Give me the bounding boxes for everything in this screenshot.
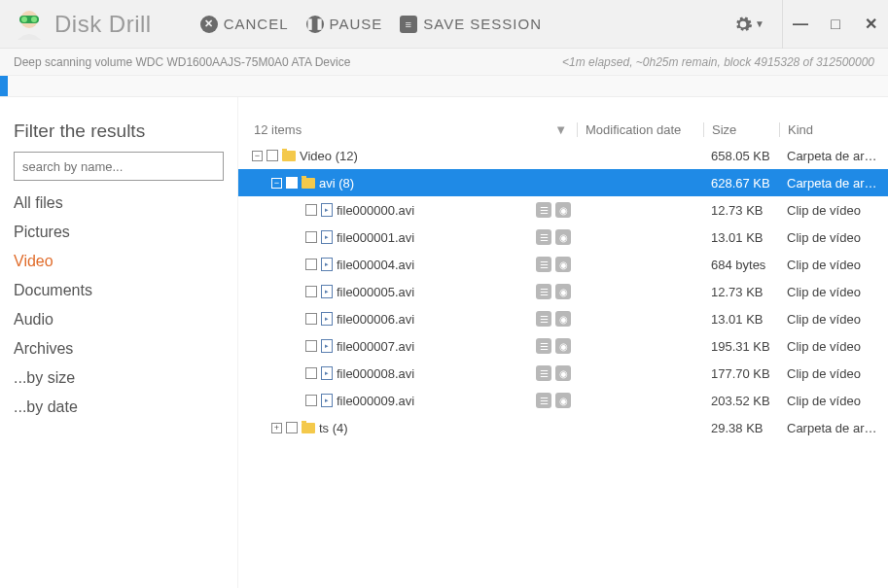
item-count-label: 12 items bbox=[254, 122, 302, 137]
minimize-button[interactable]: — bbox=[783, 0, 818, 49]
recover-icon[interactable]: ◉ bbox=[555, 311, 571, 327]
name-cell: ▸file000007.avi☰◉ bbox=[248, 338, 577, 354]
checkbox[interactable] bbox=[305, 367, 317, 379]
recover-icon[interactable]: ◉ bbox=[555, 393, 571, 408]
filter-item[interactable]: Archives bbox=[14, 340, 224, 358]
collapse-icon[interactable]: − bbox=[252, 151, 263, 161]
name-cell: ▸file000009.avi☰◉ bbox=[248, 393, 577, 408]
filter-item[interactable]: Video bbox=[14, 253, 224, 270]
checkbox[interactable] bbox=[266, 150, 278, 161]
preview-icon[interactable]: ☰ bbox=[536, 393, 551, 408]
checkbox[interactable] bbox=[305, 313, 317, 325]
search-input[interactable] bbox=[14, 152, 224, 181]
preview-icon[interactable]: ☰ bbox=[536, 229, 551, 245]
filter-item[interactable]: Audio bbox=[14, 311, 224, 329]
item-name: ts (4) bbox=[319, 421, 348, 435]
item-name: file000008.avi bbox=[337, 366, 414, 381]
video-file-icon: ▸ bbox=[321, 394, 333, 407]
preview-icon[interactable]: ☰ bbox=[536, 338, 551, 354]
checkbox[interactable] bbox=[286, 422, 298, 433]
checkbox[interactable] bbox=[305, 395, 317, 406]
name-cell: +ts (4) bbox=[248, 421, 577, 435]
size-cell: 13.01 KB bbox=[703, 312, 779, 327]
filter-item[interactable]: ...by date bbox=[14, 398, 224, 416]
filter-item[interactable]: All files bbox=[14, 194, 224, 212]
recover-icon[interactable]: ◉ bbox=[555, 338, 571, 354]
file-row[interactable]: ▸file000008.avi☰◉177.70 KBClip de vídeo bbox=[238, 360, 888, 387]
checkbox[interactable] bbox=[286, 177, 298, 189]
app-logo-wrap: Disk Drill bbox=[0, 7, 161, 42]
preview-icon[interactable]: ☰ bbox=[536, 202, 551, 218]
checkbox[interactable] bbox=[305, 204, 317, 216]
kind-cell: Clip de vídeo bbox=[779, 366, 878, 381]
expand-icon[interactable]: + bbox=[271, 423, 282, 433]
settings-button[interactable]: ▼ bbox=[716, 15, 782, 34]
pause-button[interactable]: ❚❚ PAUSE bbox=[306, 16, 383, 33]
video-file-icon: ▸ bbox=[321, 230, 333, 244]
results-panel: 12 items ▼ Modification date Size Kind −… bbox=[238, 97, 888, 588]
file-row[interactable]: ▸file000009.avi☰◉203.52 KBClip de vídeo bbox=[238, 387, 888, 414]
active-tab-indicator bbox=[0, 76, 8, 96]
file-row[interactable]: ▸file000006.avi☰◉13.01 KBClip de vídeo bbox=[238, 305, 888, 332]
save-icon: ≡ bbox=[400, 16, 417, 33]
recover-icon[interactable]: ◉ bbox=[555, 365, 571, 381]
folder-row[interactable]: −avi (8)628.67 KBCarpeta de arc... bbox=[238, 169, 888, 196]
checkbox[interactable] bbox=[305, 340, 317, 352]
kind-cell: Clip de vídeo bbox=[779, 312, 878, 327]
pause-icon: ❚❚ bbox=[306, 16, 324, 33]
checkbox[interactable] bbox=[305, 286, 317, 297]
size-cell: 177.70 KB bbox=[703, 366, 779, 381]
svg-point-3 bbox=[31, 17, 37, 22]
status-scan-text: Deep scanning volume WDC WD1600AAJS-75M0… bbox=[14, 55, 350, 69]
sort-arrow-icon[interactable]: ▼ bbox=[554, 122, 567, 137]
checkbox[interactable] bbox=[305, 231, 317, 243]
checkbox[interactable] bbox=[305, 259, 317, 270]
filter-item[interactable]: Pictures bbox=[14, 224, 224, 241]
filter-item[interactable]: Documents bbox=[14, 282, 224, 299]
column-size[interactable]: Size bbox=[703, 122, 779, 137]
recover-icon[interactable]: ◉ bbox=[555, 257, 571, 272]
size-cell: 628.67 KB bbox=[703, 176, 779, 190]
folder-icon bbox=[282, 151, 296, 161]
collapse-icon[interactable]: − bbox=[271, 178, 282, 189]
filter-title: Filter the results bbox=[14, 121, 224, 142]
preview-icon[interactable]: ☰ bbox=[536, 365, 551, 381]
kind-cell: Clip de vídeo bbox=[779, 285, 878, 299]
svg-point-2 bbox=[21, 17, 27, 22]
folder-row[interactable]: +ts (4)29.38 KBCarpeta de arc... bbox=[238, 414, 888, 441]
cancel-button[interactable]: ✕ CANCEL bbox=[200, 16, 289, 33]
file-row[interactable]: ▸file000000.avi☰◉12.73 KBClip de vídeo bbox=[238, 196, 888, 224]
file-row[interactable]: ▸file000005.avi☰◉12.73 KBClip de vídeo bbox=[238, 278, 888, 305]
kind-cell: Clip de vídeo bbox=[779, 203, 878, 218]
video-file-icon: ▸ bbox=[321, 312, 333, 326]
size-cell: 12.73 KB bbox=[703, 285, 779, 299]
size-cell: 12.73 KB bbox=[703, 203, 779, 218]
file-row[interactable]: ▸file000001.avi☰◉13.01 KBClip de vídeo bbox=[238, 224, 888, 251]
save-session-button[interactable]: ≡ SAVE SESSION bbox=[400, 16, 542, 33]
kind-cell: Clip de vídeo bbox=[779, 258, 878, 272]
file-row[interactable]: ▸file000007.avi☰◉195.31 KBClip de vídeo bbox=[238, 332, 888, 360]
recover-icon[interactable]: ◉ bbox=[555, 202, 571, 218]
preview-icon[interactable]: ☰ bbox=[536, 284, 551, 299]
close-button[interactable]: ✕ bbox=[853, 0, 888, 49]
tab-strip bbox=[0, 76, 888, 97]
maximize-button[interactable]: □ bbox=[818, 0, 853, 49]
titlebar: Disk Drill ✕ CANCEL ❚❚ PAUSE ≡ SAVE SESS… bbox=[0, 0, 888, 49]
item-name: Video (12) bbox=[300, 149, 358, 163]
preview-icon[interactable]: ☰ bbox=[536, 257, 551, 272]
folder-row[interactable]: −Video (12)658.05 KBCarpeta de arc... bbox=[238, 142, 888, 169]
toolbar-actions: ✕ CANCEL ❚❚ PAUSE ≡ SAVE SESSION bbox=[200, 16, 542, 33]
cancel-icon: ✕ bbox=[200, 16, 218, 33]
column-kind[interactable]: Kind bbox=[779, 122, 878, 137]
recover-icon[interactable]: ◉ bbox=[555, 229, 571, 245]
filter-list: All filesPicturesVideoDocumentsAudioArch… bbox=[14, 194, 224, 416]
kind-cell: Clip de vídeo bbox=[779, 230, 878, 245]
column-name[interactable]: 12 items ▼ bbox=[248, 122, 577, 137]
filter-item[interactable]: ...by size bbox=[14, 369, 224, 387]
recover-icon[interactable]: ◉ bbox=[555, 284, 571, 299]
size-cell: 684 bytes bbox=[703, 258, 779, 272]
preview-icon[interactable]: ☰ bbox=[536, 311, 551, 327]
column-date[interactable]: Modification date bbox=[577, 122, 703, 137]
file-row[interactable]: ▸file000004.avi☰◉684 bytesClip de vídeo bbox=[238, 251, 888, 278]
folder-icon bbox=[302, 178, 315, 189]
